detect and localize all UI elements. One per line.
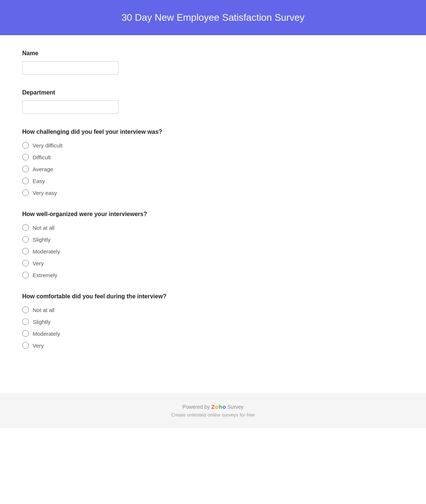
radio-item[interactable]: Not at all (22, 224, 404, 231)
question-3-text: How comfortable did you feel during the … (22, 293, 404, 300)
radio-item[interactable]: Very easy (22, 189, 404, 196)
radio-option-label: Moderately (33, 248, 60, 255)
radio-q1-option-2[interactable] (22, 154, 29, 160)
radio-option-label: Very easy (33, 190, 57, 196)
radio-q1-option-4[interactable] (22, 178, 29, 184)
name-section: Name (22, 50, 404, 74)
radio-item[interactable]: Moderately (22, 330, 404, 337)
radio-q1-option-3[interactable] (22, 166, 29, 172)
radio-option-label: Moderately (33, 331, 60, 337)
question-2-options: Not at allSlightlyModeratelyVeryExtremel… (22, 224, 404, 278)
page-header: 30 Day New Employee Satisfaction Survey (0, 0, 426, 35)
radio-q3-option-4[interactable] (22, 342, 29, 349)
question-3-options: Not at allSlightlyModeratelyVery (22, 306, 404, 349)
radio-item[interactable]: Extremely (22, 272, 404, 278)
question-1-options: Very difficultDifficultAverageEasyVery e… (22, 142, 404, 196)
question-1-text: How challenging did you feel your interv… (22, 129, 404, 135)
radio-option-label: Very (33, 342, 44, 349)
powered-by: Powered by Zoho Survey (7, 404, 419, 410)
question-2-section: How well-organized were your interviewer… (22, 211, 404, 278)
question-1-section: How challenging did you feel your interv… (22, 129, 404, 196)
radio-q2-option-4[interactable] (22, 260, 29, 266)
page-footer: Powered by Zoho Survey Create unlimited … (0, 393, 426, 428)
department-label: Department (22, 89, 404, 96)
radio-option-label: Easy (33, 178, 45, 184)
department-input[interactable] (22, 100, 119, 114)
radio-option-label: Slightly (33, 236, 50, 243)
radio-q2-option-1[interactable] (22, 224, 29, 231)
radio-item[interactable]: Very (22, 260, 404, 266)
radio-option-label: Extremely (33, 272, 57, 278)
radio-option-label: Not at all (33, 225, 54, 231)
radio-item[interactable]: Very difficult (22, 142, 404, 149)
radio-item[interactable]: Very (22, 342, 404, 349)
radio-item[interactable]: Easy (22, 178, 404, 184)
radio-item[interactable]: Slightly (22, 318, 404, 325)
radio-q3-option-3[interactable] (22, 330, 29, 337)
radio-option-label: Slightly (33, 319, 50, 325)
department-section: Department (22, 89, 404, 114)
radio-option-label: Very difficult (33, 142, 63, 149)
radio-option-label: Difficult (33, 154, 51, 160)
radio-option-label: Not at all (33, 307, 54, 313)
radio-q2-option-2[interactable] (22, 236, 29, 243)
radio-item[interactable]: Difficult (22, 154, 404, 160)
radio-item[interactable]: Average (22, 166, 404, 172)
radio-item[interactable]: Slightly (22, 236, 404, 243)
radio-item[interactable]: Moderately (22, 248, 404, 255)
powered-by-text: Powered by (182, 404, 210, 410)
radio-q3-option-2[interactable] (22, 318, 29, 325)
radio-q2-option-3[interactable] (22, 248, 29, 255)
radio-option-label: Very (33, 260, 44, 266)
radio-option-label: Average (33, 166, 53, 172)
form-body: Name Department How challenging did you … (0, 35, 426, 378)
question-2-text: How well-organized were your interviewer… (22, 211, 404, 218)
radio-q3-option-1[interactable] (22, 306, 29, 313)
question-3-section: How comfortable did you feel during the … (22, 293, 404, 349)
survey-title: 30 Day New Employee Satisfaction Survey (7, 12, 419, 23)
footer-subtext: Create unlimited online surveys for free (7, 412, 419, 418)
radio-q1-option-5[interactable] (22, 189, 29, 196)
name-input[interactable] (22, 61, 119, 74)
radio-q1-option-1[interactable] (22, 142, 29, 149)
radio-item[interactable]: Not at all (22, 306, 404, 313)
brand-text: Survey (227, 404, 244, 410)
radio-q2-option-5[interactable] (22, 272, 29, 278)
name-label: Name (22, 50, 404, 57)
zoho-logo: Zoho (211, 404, 226, 410)
